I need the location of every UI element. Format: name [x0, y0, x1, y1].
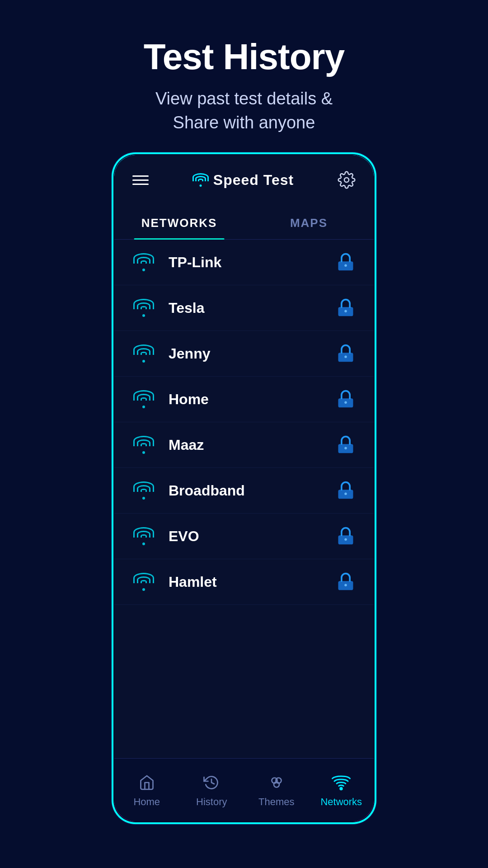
- networks-icon: [330, 773, 352, 793]
- settings-button[interactable]: [338, 171, 356, 189]
- list-item[interactable]: TP-Link: [114, 240, 374, 285]
- network-name: Broadband: [169, 482, 336, 499]
- network-name: Maaz: [169, 437, 336, 453]
- list-item[interactable]: EVO: [114, 514, 374, 559]
- nav-item-history[interactable]: History: [179, 759, 244, 821]
- lock-icon: [336, 344, 356, 363]
- home-icon: [136, 773, 158, 793]
- svg-point-5: [344, 356, 347, 359]
- svg-point-3: [344, 310, 347, 313]
- wifi-signal-icon: [132, 481, 155, 500]
- app-title-text: Speed Test: [213, 172, 294, 189]
- wifi-signal-icon: [132, 573, 155, 591]
- app-title: Speed Test: [192, 172, 294, 189]
- nav-label-themes: Themes: [258, 796, 294, 808]
- list-item[interactable]: Home: [114, 377, 374, 422]
- list-item[interactable]: Jenny: [114, 331, 374, 377]
- themes-icon: [265, 773, 288, 793]
- svg-point-13: [344, 538, 347, 541]
- hamburger-menu-button[interactable]: [132, 175, 149, 185]
- hamburger-line-1: [132, 175, 149, 177]
- phone-inner: Speed Test NETWORKS MAPS: [114, 155, 374, 821]
- svg-point-19: [340, 787, 343, 790]
- history-icon: [200, 773, 223, 793]
- wifi-signal-icon: [132, 253, 155, 271]
- hamburger-line-2: [132, 179, 149, 181]
- nav-label-home: Home: [133, 796, 160, 808]
- nav-item-home[interactable]: Home: [114, 759, 179, 821]
- tabs-container: NETWORKS MAPS: [114, 207, 374, 240]
- network-name: Tesla: [169, 300, 336, 316]
- nav-label-history: History: [196, 796, 227, 808]
- tab-networks[interactable]: NETWORKS: [114, 207, 244, 239]
- svg-point-1: [344, 264, 347, 267]
- header-section: Test History View past test details & Sh…: [0, 0, 488, 162]
- phone-side-accent: [374, 245, 375, 381]
- lock-icon: [336, 389, 356, 409]
- wifi-signal-icon: [132, 299, 155, 317]
- phone-mockup: Speed Test NETWORKS MAPS: [113, 154, 375, 823]
- lock-icon: [336, 298, 356, 318]
- list-item[interactable]: Hamlet: [114, 559, 374, 605]
- top-bar: Speed Test: [114, 155, 374, 198]
- network-name: TP-Link: [169, 254, 336, 271]
- list-item[interactable]: Broadband: [114, 468, 374, 514]
- lock-icon: [336, 252, 356, 272]
- svg-point-11: [344, 493, 347, 495]
- tab-maps[interactable]: MAPS: [244, 207, 374, 239]
- lock-icon: [336, 526, 356, 546]
- svg-point-7: [344, 401, 347, 404]
- network-list: TP-Link Tesla: [114, 240, 374, 788]
- wifi-signal-icon: [132, 390, 155, 408]
- lock-icon: [336, 435, 356, 455]
- page-title: Test History: [18, 36, 470, 78]
- nav-item-themes[interactable]: Themes: [244, 759, 309, 821]
- network-name: Hamlet: [169, 574, 336, 590]
- svg-point-9: [344, 447, 347, 450]
- nav-item-networks[interactable]: Networks: [309, 759, 374, 821]
- wifi-signal-icon: [132, 344, 155, 363]
- hamburger-line-3: [132, 184, 149, 185]
- list-item[interactable]: Maaz: [114, 422, 374, 468]
- lock-icon: [336, 572, 356, 592]
- bottom-nav: Home History: [114, 758, 374, 821]
- svg-point-15: [344, 584, 347, 587]
- wifi-signal-icon: [132, 527, 155, 545]
- list-item[interactable]: Tesla: [114, 285, 374, 331]
- network-name: EVO: [169, 528, 336, 545]
- app-logo-icon: [192, 173, 209, 187]
- page-subtitle: View past test details & Share with anyo…: [18, 87, 470, 135]
- nav-label-networks: Networks: [320, 796, 362, 808]
- wifi-signal-icon: [132, 436, 155, 454]
- lock-icon: [336, 481, 356, 500]
- network-name: Home: [169, 391, 336, 408]
- network-name: Jenny: [169, 345, 336, 362]
